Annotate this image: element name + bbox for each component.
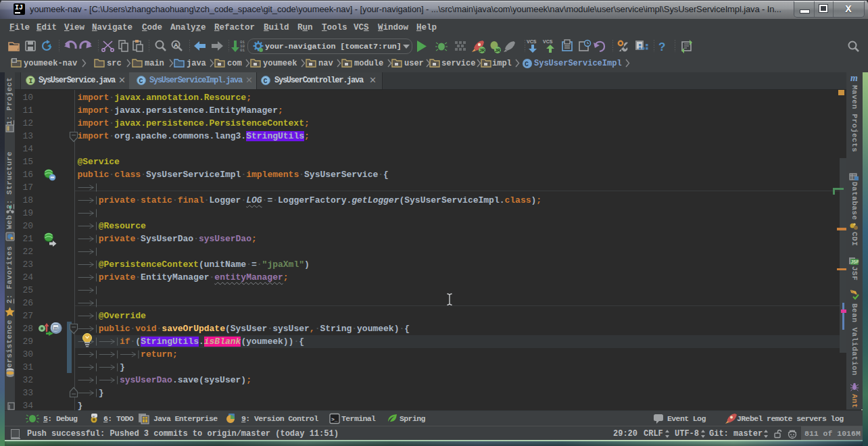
svg-text:C: C	[525, 61, 529, 68]
svg-text:e: e	[93, 414, 95, 418]
svg-text:01: 01	[240, 48, 245, 53]
svg-text:JSF: JSF	[851, 259, 859, 264]
svg-text:JR: JR	[495, 48, 501, 53]
svg-text:C: C	[139, 78, 143, 85]
svg-text:m: m	[54, 326, 58, 330]
svg-text:I: I	[29, 78, 33, 85]
svg-text:C: C	[264, 78, 268, 85]
svg-text:VCS: VCS	[527, 39, 537, 44]
svg-text:VCS: VCS	[543, 39, 553, 44]
svg-text:A: A	[174, 42, 178, 49]
svg-text:JR: JR	[479, 48, 485, 53]
svg-text:?: ?	[658, 41, 665, 53]
svg-text:>_: >_	[331, 416, 338, 422]
